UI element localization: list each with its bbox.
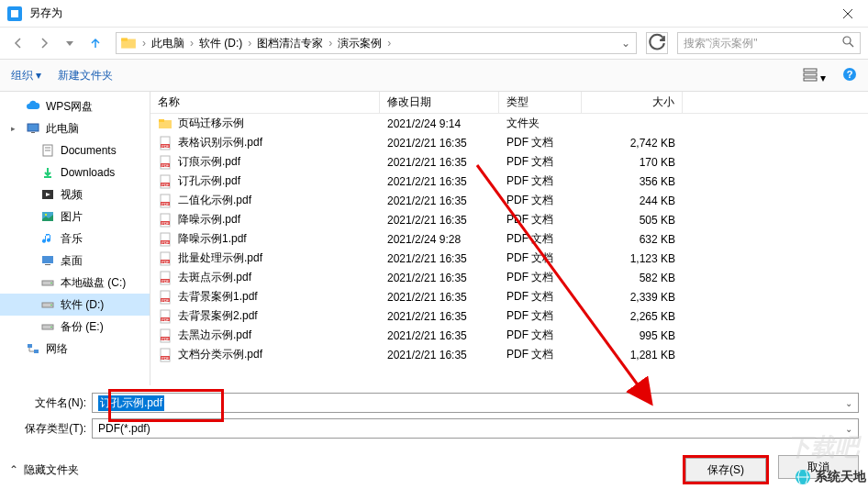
svg-rect-22	[45, 264, 50, 265]
sidebar-item[interactable]: Downloads	[0, 161, 150, 183]
filename-row: 文件名(N): 订孔示例.pdf ⌄	[9, 393, 859, 413]
drive-icon	[40, 275, 55, 290]
hide-folders-button[interactable]: 隐藏文件夹	[24, 462, 79, 478]
video-icon	[40, 187, 55, 202]
svg-text:PDF: PDF	[161, 143, 170, 148]
recent-dropdown[interactable]	[59, 32, 81, 54]
svg-text:PDF: PDF	[161, 239, 170, 244]
down-icon	[40, 165, 55, 180]
table-row[interactable]: PDF表格识别示例.pdf2021/2/21 16:35PDF 文档2,742 …	[150, 133, 868, 152]
sidebar-item[interactable]: Documents	[0, 139, 150, 161]
col-size[interactable]: 大小	[582, 92, 683, 113]
table-row[interactable]: PDF去背景案例2.pdf2021/2/21 16:35PDF 文档2,265 …	[150, 306, 868, 326]
table-row[interactable]: PDF二值化示例.pdf2021/2/21 16:35PDF 文档244 KB	[150, 191, 868, 210]
search-placeholder: 搜索"演示案例"	[684, 36, 758, 51]
chevron-down-icon[interactable]: ⌄	[845, 424, 852, 434]
filename-label: 文件名(N):	[9, 395, 92, 411]
table-row[interactable]: PDF降噪示例.pdf2021/2/21 16:35PDF 文档505 KB	[150, 210, 868, 229]
svg-rect-12	[28, 124, 39, 131]
sidebar-item[interactable]: 软件 (D:)	[0, 294, 150, 316]
crumb-3[interactable]: 演示案例	[334, 36, 385, 51]
help-button[interactable]: ?	[842, 67, 857, 84]
new-folder-button[interactable]: 新建文件夹	[58, 68, 113, 83]
expand-icon[interactable]: ⌃	[9, 463, 18, 476]
table-row[interactable]: PDF降噪示例1.pdf2021/2/24 9:28PDF 文档632 KB	[150, 229, 868, 249]
breadcrumb[interactable]: › 此电脑› 软件 (D:)› 图档清洁专家› 演示案例› ⌄	[116, 32, 637, 54]
type-value: PDF(*.pdf)	[98, 422, 150, 435]
sidebar-item[interactable]: ▸此电脑	[0, 117, 150, 139]
sidebar: WPS网盘▸此电脑DocumentsDownloads视频图片音乐桌面本地磁盘 …	[0, 92, 150, 385]
svg-text:PDF: PDF	[161, 317, 170, 321]
sidebar-item[interactable]: 本地磁盘 (C:)	[0, 272, 150, 294]
breadcrumb-dropdown-icon[interactable]: ⌄	[616, 37, 636, 50]
svg-rect-34	[159, 119, 164, 122]
crumb-1[interactable]: 软件 (D:)	[195, 36, 246, 51]
svg-rect-9	[804, 78, 817, 81]
svg-rect-29	[28, 344, 32, 348]
svg-point-28	[50, 327, 52, 328]
sidebar-item[interactable]: 视频	[0, 183, 150, 206]
svg-point-24	[50, 283, 52, 284]
svg-rect-7	[804, 69, 817, 72]
main-area: WPS网盘▸此电脑DocumentsDownloads视频图片音乐桌面本地磁盘 …	[0, 92, 868, 385]
crumb-2[interactable]: 图档清洁专家	[253, 36, 327, 51]
svg-point-26	[50, 305, 52, 306]
svg-text:?: ?	[847, 69, 853, 80]
window-title: 另存为	[29, 6, 62, 21]
table-row[interactable]: PDF文档分类示例.pdf2021/2/21 16:35PDF 文档1,281 …	[150, 345, 868, 364]
svg-text:PDF: PDF	[161, 162, 170, 167]
table-row[interactable]: PDF订孔示例.pdf2021/2/21 16:35PDF 文档356 KB	[150, 172, 868, 191]
svg-text:PDF: PDF	[161, 259, 170, 263]
drive-icon	[40, 319, 55, 334]
address-bar: › 此电脑› 软件 (D:)› 图档清洁专家› 演示案例› ⌄ 搜索"演示案例"	[0, 28, 868, 59]
col-name[interactable]: 名称	[150, 92, 380, 113]
sidebar-item[interactable]: 备份 (E:)	[0, 316, 150, 338]
table-row[interactable]: PDF批量处理示例.pdf2021/2/21 16:35PDF 文档1,123 …	[150, 249, 868, 268]
refresh-button[interactable]	[646, 32, 668, 54]
svg-rect-13	[31, 132, 35, 133]
sidebar-item[interactable]: 音乐	[0, 228, 150, 250]
table-row[interactable]: PDF订痕示例.pdf2021/2/21 16:35PDF 文档170 KB	[150, 152, 868, 172]
file-list: 名称 修改日期 类型 大小 页码迁移示例2021/2/24 9:14文件夹PDF…	[150, 92, 868, 385]
toolbar: 组织 ▾ 新建文件夹 ▾ ?	[0, 59, 868, 92]
pc-icon	[26, 121, 40, 136]
svg-text:PDF: PDF	[161, 182, 170, 186]
search-input[interactable]: 搜索"演示案例"	[677, 32, 861, 54]
table-row[interactable]: PDF去斑点示例.pdf2021/2/21 16:35PDF 文档582 KB	[150, 268, 868, 287]
up-button[interactable]	[84, 32, 106, 54]
svg-rect-21	[42, 256, 53, 263]
table-row[interactable]: PDF去黑边示例.pdf2021/2/21 16:35PDF 文档995 KB	[150, 326, 868, 345]
search-icon[interactable]	[842, 36, 854, 50]
svg-point-20	[45, 214, 47, 216]
back-button[interactable]	[7, 32, 29, 54]
close-button[interactable]	[827, 0, 868, 28]
sidebar-item[interactable]: WPS网盘	[0, 95, 150, 117]
cloud-icon	[26, 99, 40, 114]
file-rows[interactable]: 页码迁移示例2021/2/24 9:14文件夹PDF表格识别示例.pdf2021…	[150, 114, 868, 383]
filename-input[interactable]: 订孔示例.pdf ⌄	[92, 393, 859, 413]
sidebar-item[interactable]: 桌面	[0, 250, 150, 272]
save-button[interactable]: 保存(S)	[685, 458, 766, 482]
svg-point-5	[843, 37, 851, 44]
col-type[interactable]: 类型	[499, 92, 582, 113]
type-label: 保存类型(T):	[9, 421, 92, 437]
bottom-bar: ⌃ 隐藏文件夹 保存(S) 取消	[0, 451, 868, 489]
crumb-0[interactable]: 此电脑	[148, 36, 188, 51]
sidebar-item[interactable]: 图片	[0, 206, 150, 228]
organize-button[interactable]: 组织 ▾	[11, 68, 41, 83]
forward-button[interactable]	[33, 32, 55, 54]
table-row[interactable]: 页码迁移示例2021/2/24 9:14文件夹	[150, 114, 868, 133]
filetype-row: 保存类型(T): PDF(*.pdf) ⌄	[9, 418, 859, 439]
chevron-down-icon[interactable]: ⌄	[845, 398, 852, 408]
music-icon	[40, 231, 55, 246]
view-button[interactable]: ▾	[803, 67, 826, 84]
svg-text:PDF: PDF	[161, 355, 170, 360]
col-date[interactable]: 修改日期	[380, 92, 499, 113]
sidebar-item[interactable]: 网络	[0, 338, 150, 360]
table-row[interactable]: PDF去背景案例1.pdf2021/2/21 16:35PDF 文档2,339 …	[150, 287, 868, 306]
svg-text:PDF: PDF	[161, 278, 170, 283]
filetype-select[interactable]: PDF(*.pdf) ⌄	[92, 418, 859, 439]
svg-text:PDF: PDF	[161, 201, 170, 206]
svg-line-6	[850, 43, 853, 47]
svg-text:PDF: PDF	[161, 220, 170, 225]
